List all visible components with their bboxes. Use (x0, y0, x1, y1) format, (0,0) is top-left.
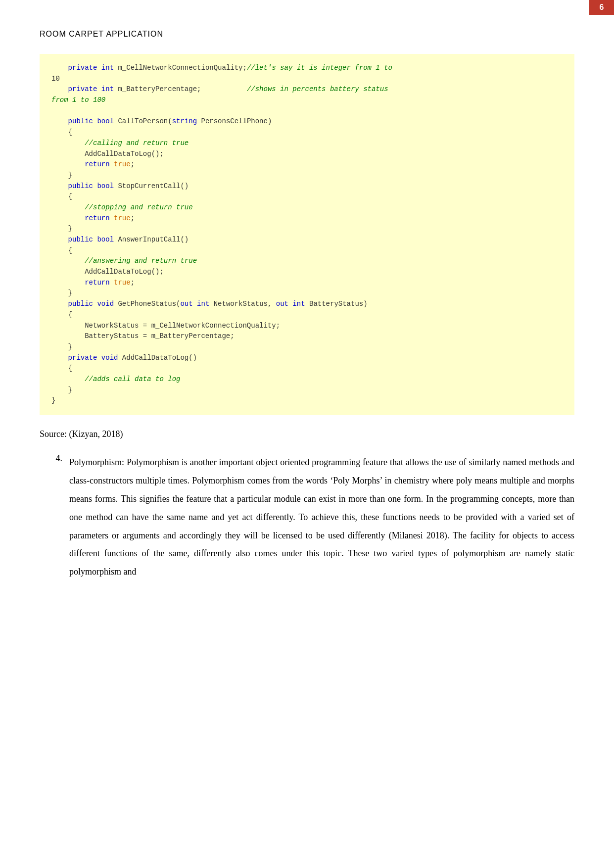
list-item-number: 4. (40, 453, 69, 464)
page-title: ROOM CARPET APPLICATION (40, 30, 163, 38)
page-header: ROOM CARPET APPLICATION (40, 29, 574, 39)
page-number: 6 (600, 3, 604, 11)
list-item-4: 4. Polymorphism: Polymorphism is another… (40, 453, 574, 581)
code-block: private int m_CellNetworkConnectionQuali… (40, 54, 574, 415)
source-line: Source: (Kizyan, 2018) (40, 429, 574, 439)
source-text: Source: (Kizyan, 2018) (40, 429, 123, 439)
list-item-content: Polymorphism: Polymorphism is another im… (69, 453, 574, 581)
page-container: 6 ROOM CARPET APPLICATION private int m_… (0, 0, 614, 868)
list-item-paragraph: Polymorphism: Polymorphism is another im… (69, 453, 574, 581)
page-number-badge: 6 (589, 0, 614, 15)
